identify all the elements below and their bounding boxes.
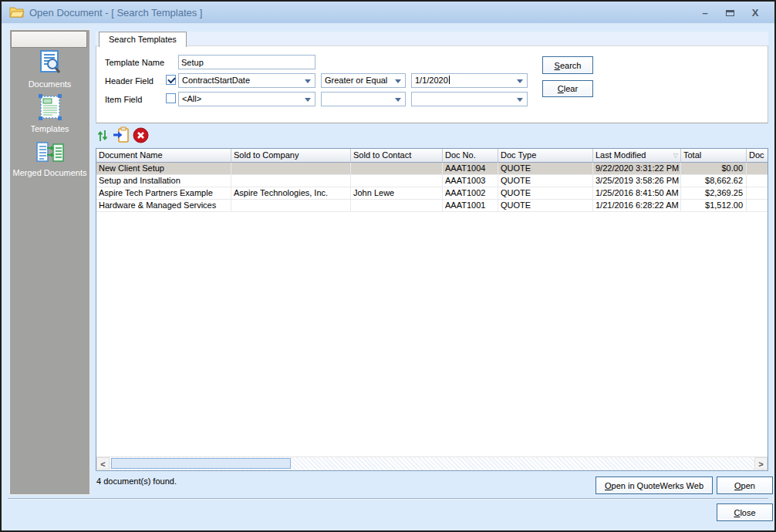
- chevron-down-icon: [305, 98, 311, 102]
- header-cell[interactable]: Document Name: [96, 149, 231, 163]
- clear-button[interactable]: Clear: [542, 80, 593, 97]
- sidebar-item-label: Merged Documents: [10, 168, 89, 178]
- sidebar: Documents Templates Merged Docum: [9, 29, 90, 495]
- template-name-label: Template Name: [105, 58, 164, 67]
- close-button[interactable]: Close: [717, 503, 773, 521]
- item-criteria-combo[interactable]: [411, 92, 528, 106]
- table-cell: $2,369.25: [681, 187, 747, 199]
- chevron-down-icon: [395, 79, 401, 83]
- header-operator-combo[interactable]: Greater or Equal: [321, 73, 406, 88]
- table-cell: Hardware & Managed Services: [96, 200, 231, 211]
- table-cell: New Client Setup: [96, 163, 231, 174]
- header-criteria-combo[interactable]: 1/1/2020: [411, 73, 528, 88]
- delete-icon[interactable]: [132, 127, 149, 144]
- table-cell: AAAT1004: [443, 163, 498, 174]
- template-document-icon: [38, 94, 62, 120]
- item-operator-combo[interactable]: [321, 92, 406, 106]
- sidebar-item-label: Templates: [10, 124, 89, 134]
- header-operator-value: Greater or Equal: [325, 76, 387, 85]
- text-cursor: [449, 76, 450, 84]
- open-in-quotewerks-web-button[interactable]: Open in QuoteWerks Web: [595, 476, 713, 494]
- item-field-combo[interactable]: <All>: [178, 92, 315, 106]
- maximize-icon: [726, 10, 734, 16]
- sidebar-item-label: Documents: [10, 79, 89, 89]
- scrollbar-thumb[interactable]: [111, 458, 291, 469]
- header-cell[interactable]: Doc: [747, 149, 768, 163]
- grid-header: Document NameSold to CompanySold to Cont…: [96, 149, 768, 163]
- table-cell: QUOTE: [498, 163, 593, 174]
- table-cell: John Lewe: [351, 187, 443, 199]
- open-button[interactable]: Open: [717, 476, 773, 494]
- table-row[interactable]: Aspire Tech Partners ExampleAspire Techn…: [96, 187, 768, 200]
- header-cell[interactable]: Sold to Contact: [351, 149, 443, 163]
- sidebar-header: [11, 31, 87, 48]
- titlebar[interactable]: Open Document - [ Search Templates ] – X: [2, 2, 774, 25]
- grid-body: New Client SetupAAAT1004QUOTE9/22/2020 3…: [96, 163, 768, 457]
- merged-documents-icon: [36, 140, 64, 164]
- table-cell: [351, 163, 443, 174]
- close-window-button[interactable]: X: [748, 6, 762, 20]
- chevron-down-icon: [395, 98, 401, 102]
- document-search-icon: [39, 50, 62, 76]
- header-cell[interactable]: Sold to Company: [231, 149, 351, 163]
- item-field-value: <All>: [182, 94, 201, 103]
- header-field-label: Header Field: [105, 76, 154, 86]
- folder-icon: [9, 5, 25, 22]
- sidebar-item-documents[interactable]: Documents: [10, 50, 89, 89]
- table-cell: [351, 175, 443, 187]
- chevron-down-icon: [517, 98, 523, 102]
- scroll-left-button[interactable]: <: [96, 457, 110, 470]
- table-cell: AAAT1002: [443, 187, 498, 199]
- open-document-window: Open Document - [ Search Templates ] – X…: [0, 0, 776, 532]
- header-field-value: ContractStartDate: [182, 76, 250, 85]
- table-cell: [747, 200, 768, 211]
- table-cell: QUOTE: [498, 187, 593, 199]
- scroll-right-button[interactable]: >: [754, 457, 768, 470]
- maximize-button[interactable]: [724, 6, 737, 20]
- table-cell: AAAT1001: [443, 200, 498, 211]
- table-cell: Setup and Installation: [96, 175, 231, 187]
- table-cell: [747, 187, 768, 199]
- chevron-down-icon: [517, 79, 523, 83]
- minimize-button[interactable]: –: [698, 6, 712, 20]
- import-document-icon[interactable]: [112, 126, 130, 145]
- separator: [8, 498, 768, 499]
- header-cell[interactable]: Total: [681, 149, 747, 163]
- table-cell: QUOTE: [498, 200, 593, 211]
- table-cell: [231, 200, 351, 211]
- table-row[interactable]: New Client SetupAAAT1004QUOTE9/22/2020 3…: [96, 163, 768, 175]
- window-controls: – X: [690, 5, 762, 19]
- header-field-checkbox[interactable]: [166, 75, 176, 85]
- horizontal-scrollbar[interactable]: < >: [96, 456, 768, 470]
- header-cell[interactable]: Doc No.: [443, 149, 498, 163]
- chevron-down-icon: [305, 79, 311, 83]
- table-cell: $0.00: [681, 163, 747, 174]
- table-cell: [747, 163, 768, 174]
- table-cell: [747, 175, 768, 187]
- sidebar-item-merged-documents[interactable]: Merged Documents: [10, 140, 89, 178]
- header-field-combo[interactable]: ContractStartDate: [178, 73, 315, 88]
- tab-search-templates[interactable]: Search Templates: [99, 32, 187, 47]
- header-criteria-value: 1/1/2020: [415, 76, 448, 85]
- header-cell[interactable]: Doc Type: [498, 149, 593, 163]
- tab-bar: Search Templates: [96, 32, 768, 45]
- table-cell: 3/25/2019 3:58:26 PM: [593, 175, 681, 187]
- item-field-checkbox[interactable]: [166, 93, 176, 103]
- item-field-label: Item Field: [105, 95, 142, 104]
- table-cell: QUOTE: [498, 175, 593, 187]
- table-cell: 1/21/2016 6:28:22 AM: [593, 200, 681, 211]
- table-cell: $1,512.00: [681, 200, 747, 211]
- documents-grid: Document NameSold to CompanySold to Cont…: [96, 148, 768, 471]
- window-title: Open Document - [ Search Templates ]: [29, 7, 202, 19]
- refresh-icon[interactable]: [96, 130, 109, 143]
- table-row[interactable]: Setup and InstallationAAAT1003QUOTE3/25/…: [96, 175, 768, 187]
- header-cell[interactable]: Last Modified▽: [593, 149, 681, 163]
- table-cell: 1/25/2016 8:41:50 AM: [593, 187, 681, 199]
- sidebar-item-templates[interactable]: Templates: [10, 94, 89, 134]
- template-name-input[interactable]: [178, 55, 315, 69]
- search-button[interactable]: Search: [542, 56, 593, 74]
- table-cell: 9/22/2020 3:31:22 PM: [593, 163, 681, 174]
- table-row[interactable]: Hardware & Managed ServicesAAAT1001QUOTE…: [96, 200, 768, 212]
- table-cell: Aspire Technologies, Inc.: [231, 187, 351, 199]
- table-cell: [231, 175, 351, 187]
